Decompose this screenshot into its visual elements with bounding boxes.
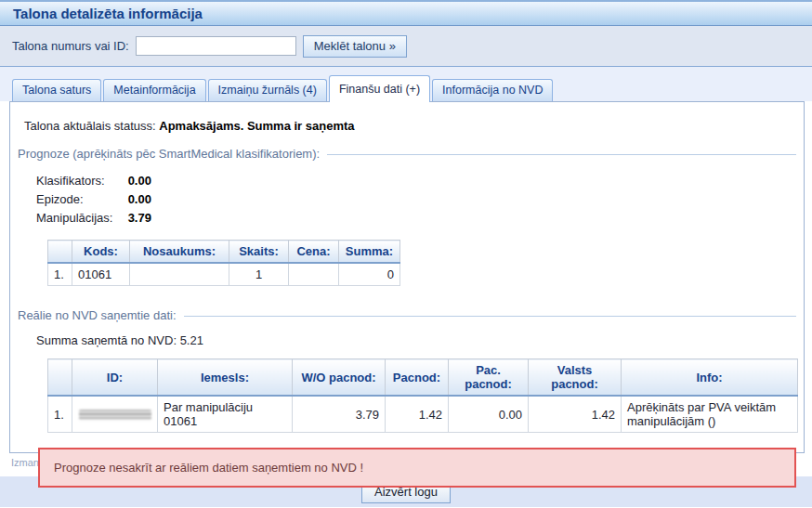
prognosis-fields: Klasifikators: 0.00 Epizode: 0.00 Manipu… <box>36 172 804 228</box>
table-header-row: Kods: Nosaukums: Skaits: Cena: Summa: <box>48 241 400 264</box>
tab-finansu-dati[interactable]: Finanšu dati (+) <box>329 75 430 102</box>
field-label: Klasifikators: <box>36 172 124 190</box>
status-line: Talona aktuālais statuss: Apmaksājams. S… <box>24 119 804 133</box>
col-cena: Cena: <box>289 241 339 264</box>
tab-talona-saturs[interactable]: Talona saturs <box>12 79 101 101</box>
nvd-sum-value: 5.21 <box>180 333 203 347</box>
page-title: Talona detalizēta informācija <box>13 6 203 21</box>
cell-pac-pacnod: 0.00 <box>449 396 529 433</box>
tab-panel-finansu-dati: Talona aktuālais statuss: Apmaksājams. S… <box>9 101 805 453</box>
cell-rownum: 1. <box>48 263 72 286</box>
status-label: Talona aktuālais statuss: <box>24 119 156 133</box>
status-value: Apmaksājams. Summa ir saņemta <box>159 119 354 133</box>
field-value: 0.00 <box>128 192 151 206</box>
cell-nosaukums <box>130 263 229 286</box>
nvd-legend: Reālie no NVD saņemtie dati: <box>18 308 184 322</box>
table-row: 1. Par manipulāciju 01061 3.79 1.42 0.00… <box>48 396 798 433</box>
cell-skaits: 1 <box>229 263 289 286</box>
mismatch-warning: Prognoze nesakrīt ar reāliem datiem saņe… <box>38 448 796 488</box>
field-value: 0.00 <box>128 174 151 188</box>
col-summa: Summa: <box>339 241 400 264</box>
field-epizode: Epizode: 0.00 <box>36 190 804 209</box>
search-toolbar: Talona numurs vai ID: Meklēt talonu » <box>0 26 812 67</box>
col-pac-pacnod: Pac. pacnod: <box>449 359 529 397</box>
prognosis-table: Kods: Nosaukums: Skaits: Cena: Summa: 1.… <box>47 240 400 286</box>
window-title-bar: Talona detalizēta informācija <box>0 0 812 26</box>
cell-summa: 0 <box>339 263 400 286</box>
col-nosaukums: Nosaukums: <box>130 241 229 264</box>
col-rownum <box>48 241 72 264</box>
cell-cena <box>289 263 339 286</box>
table-row: 1. 01061 1 0 <box>48 263 400 286</box>
nvd-sum-line: Summa saņemtā no NVD: 5.21 <box>36 332 804 350</box>
tab-izmainu-zurnals[interactable]: Izmaiņu žurnāls (4) <box>208 79 327 101</box>
nvd-table: ID: Iemesls: W/O pacnod: Pacnod: Pac. pa… <box>47 358 798 433</box>
cell-pacnod: 1.42 <box>386 396 449 433</box>
search-input[interactable] <box>136 36 296 56</box>
search-button[interactable]: Meklēt talonu » <box>303 35 407 58</box>
cell-rownum: 1. <box>48 396 72 433</box>
field-manipulacijas: Manipulācijas: 3.79 <box>36 209 804 228</box>
cell-valsts-pacnod: 1.42 <box>529 396 622 433</box>
prognosis-fieldset-header: Prognoze (aprēķināts pēc SmartMedical kl… <box>18 147 796 161</box>
col-pacnod: Pacnod: <box>386 359 449 397</box>
warning-message: Prognoze nesakrīt ar reāliem datiem saņe… <box>54 461 363 475</box>
cell-wo-pacnod: 3.79 <box>293 396 386 433</box>
prognosis-legend: Prognoze (aprēķināts pēc SmartMedical kl… <box>18 147 327 161</box>
field-klasifikators: Klasifikators: 0.00 <box>36 172 804 190</box>
nvd-sum-label: Summa saņemtā no NVD: <box>36 333 177 347</box>
col-kods: Kods: <box>72 241 130 264</box>
tab-strip: Talona saturs Metainformācija Izmaiņu žu… <box>0 67 812 101</box>
field-value: 3.79 <box>128 211 151 225</box>
tab-metainformacija[interactable]: Metainformācija <box>103 79 205 101</box>
fieldset-rule <box>327 154 796 155</box>
redacted-id <box>79 410 151 421</box>
table-header-row: ID: Iemesls: W/O pacnod: Pacnod: Pac. pa… <box>48 359 798 397</box>
col-info: Info: <box>622 359 798 397</box>
tab-informacija-no-nvd[interactable]: Informācija no NVD <box>432 79 553 101</box>
col-valsts-pacnod: Valsts pacnod: <box>529 359 622 397</box>
cell-id <box>72 396 158 433</box>
search-label: Talona numurs vai ID: <box>12 39 129 53</box>
col-id: ID: <box>72 359 158 397</box>
col-iemesls: Iemesls: <box>158 359 293 397</box>
cell-info: Aprēķināts par PVA veiktām manipulācijām… <box>622 396 798 433</box>
cell-kods: 01061 <box>72 263 130 286</box>
nvd-fieldset-header: Reālie no NVD saņemtie dati: <box>18 308 796 322</box>
fieldset-rule <box>184 316 796 317</box>
field-label: Epizode: <box>36 190 124 209</box>
cell-iemesls: Par manipulāciju 01061 <box>158 396 293 433</box>
col-skaits: Skaits: <box>229 241 289 264</box>
col-wo-pacnod: W/O pacnod: <box>293 359 386 397</box>
field-label: Manipulācijas: <box>36 209 124 228</box>
col-rownum <box>48 359 72 397</box>
